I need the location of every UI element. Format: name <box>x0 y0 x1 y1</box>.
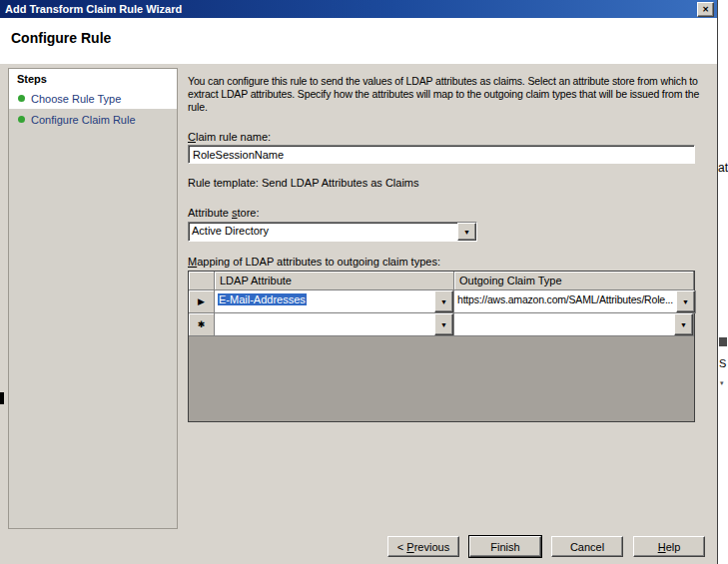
row-selector[interactable]: ▶ <box>189 290 215 313</box>
selected-text: E-Mail-Addresses <box>218 293 307 305</box>
previous-button[interactable]: < Previous <box>387 536 459 557</box>
label-part: Attribute <box>188 207 232 219</box>
ldap-attribute-value: E-Mail-Addresses <box>215 290 434 312</box>
outgoing-claim-dropdown[interactable]: ▼ <box>454 313 693 335</box>
page-header: Configure Rule <box>0 18 717 64</box>
finish-button[interactable]: Finish <box>469 536 541 557</box>
grid-selector-header <box>189 272 215 290</box>
table-row-new: ✱ ▼ ▼ <box>189 313 694 336</box>
steps-header: Steps <box>9 69 177 88</box>
ldap-attribute-cell: E-Mail-Addresses ▼ <box>215 290 454 313</box>
dropdown-button[interactable]: ▼ <box>676 290 695 312</box>
background-text-fragment: S <box>719 357 726 369</box>
outgoing-claim-cell: ▼ <box>454 313 694 336</box>
row-current-icon: ▶ <box>198 296 205 306</box>
mapping-label: Mapping of LDAP attributes to outgoing c… <box>188 256 440 268</box>
window-title: Add Transform Claim Rule Wizard <box>5 3 697 15</box>
chevron-down-icon: ▼ <box>682 298 689 305</box>
step-bullet-icon <box>18 95 25 102</box>
grid-column-outgoing-claim-type: Outgoing Claim Type <box>454 272 694 290</box>
chevron-down-icon: ▼ <box>463 229 470 236</box>
label-part: < <box>397 541 406 553</box>
label-part: elp <box>666 541 681 553</box>
claim-rule-name-input[interactable] <box>188 145 695 164</box>
wizard-dialog: Add Transform Claim Rule Wizard ✕ Config… <box>0 0 718 564</box>
dropdown-button[interactable]: ▼ <box>457 223 476 241</box>
chevron-down-icon: ▼ <box>440 298 447 305</box>
outgoing-claim-value <box>454 313 674 335</box>
attribute-store-label: Attribute store: <box>188 207 260 219</box>
label-part: P <box>406 541 413 553</box>
attribute-store-value: Active Directory <box>189 223 457 241</box>
chevron-down-icon: ▼ <box>680 321 687 328</box>
page-title: Configure Rule <box>0 18 717 46</box>
help-button[interactable]: Help <box>633 536 705 557</box>
step-label: Configure Claim Rule <box>31 114 136 126</box>
step-item-choose-rule-type[interactable]: Choose Rule Type <box>9 88 177 109</box>
outgoing-claim-value: https://aws.amazon.com/SAML/Attributes/R… <box>454 290 676 312</box>
outgoing-claim-cell: https://aws.amazon.com/SAML/Attributes/R… <box>454 290 696 313</box>
background-text-fragment: at <box>718 161 728 175</box>
step-label: Choose Rule Type <box>31 93 121 105</box>
background-icon-fragment <box>719 337 727 346</box>
dropdown-button[interactable]: ▼ <box>674 313 693 335</box>
attribute-store-dropdown[interactable]: Active Directory ▼ <box>188 222 477 242</box>
step-item-configure-claim-rule[interactable]: Configure Claim Rule <box>9 109 177 130</box>
chevron-down-icon: ▼ <box>440 321 447 328</box>
step-bullet-icon <box>18 116 25 123</box>
mapping-grid: LDAP Attribute Outgoing Claim Type ▶ E-M… <box>188 271 695 422</box>
rule-template-text: Rule template: Send LDAP Attributes as C… <box>188 177 419 189</box>
label-part: H <box>658 541 666 553</box>
close-icon: ✕ <box>702 5 709 14</box>
label-part: laim rule name: <box>196 131 271 143</box>
table-row: ▶ E-Mail-Addresses ▼ https://aws.amazon.… <box>189 290 694 313</box>
claim-rule-name-label: Claim rule name: <box>188 131 271 143</box>
dropdown-button[interactable]: ▼ <box>434 313 453 335</box>
row-selector[interactable]: ✱ <box>189 313 215 336</box>
steps-panel: Steps Choose Rule Type Configure Claim R… <box>8 68 178 529</box>
close-button[interactable]: ✕ <box>697 2 714 17</box>
ldap-attribute-value <box>215 313 434 335</box>
ldap-attribute-dropdown[interactable]: E-Mail-Addresses ▼ <box>215 290 453 312</box>
grid-column-ldap-attribute: LDAP Attribute <box>215 272 454 290</box>
outgoing-claim-dropdown[interactable]: https://aws.amazon.com/SAML/Attributes/R… <box>454 290 695 312</box>
label-part: M <box>188 256 197 268</box>
label-part: apping of LDAP attributes to outgoing cl… <box>197 256 440 268</box>
label-part: tore: <box>238 207 260 219</box>
background-artifact <box>0 392 4 404</box>
new-row-icon: ✱ <box>198 319 206 329</box>
window-titlebar: Add Transform Claim Rule Wizard ✕ <box>0 0 717 18</box>
ldap-attribute-dropdown[interactable]: ▼ <box>215 313 453 335</box>
grid-header-row: LDAP Attribute Outgoing Claim Type <box>189 272 694 290</box>
background-caret-fragment: ▾ <box>720 379 724 387</box>
label-part: revious <box>414 541 449 553</box>
ldap-attribute-cell: ▼ <box>215 313 454 336</box>
cancel-button[interactable]: Cancel <box>551 536 623 557</box>
rule-description: You can configure this rule to send the … <box>188 75 712 114</box>
dropdown-button[interactable]: ▼ <box>434 290 453 312</box>
label-part: C <box>188 131 196 143</box>
